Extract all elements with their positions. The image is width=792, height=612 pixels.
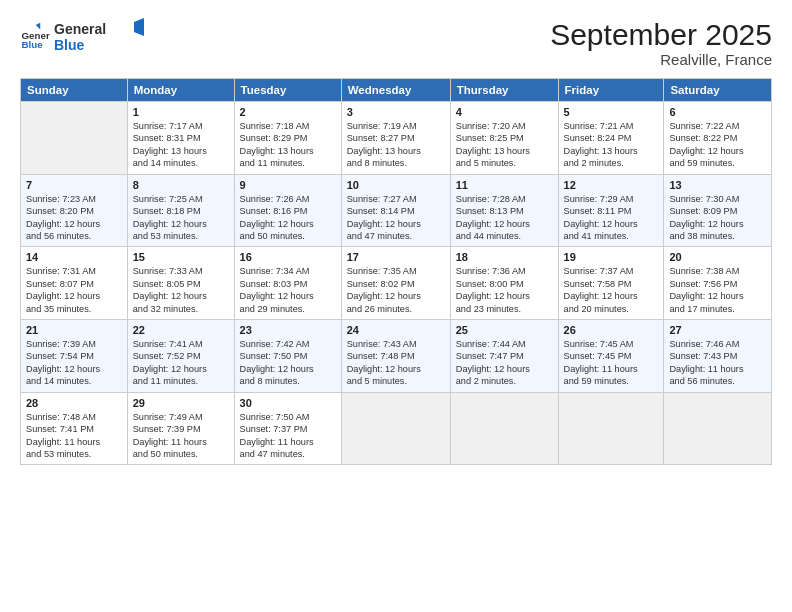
day-info: Sunrise: 7:33 AM Sunset: 8:05 PM Dayligh… [133, 265, 229, 315]
day-info: Sunrise: 7:23 AM Sunset: 8:20 PM Dayligh… [26, 193, 122, 243]
day-number: 11 [456, 179, 553, 191]
calendar-cell: 28Sunrise: 7:48 AM Sunset: 7:41 PM Dayli… [21, 392, 128, 465]
calendar-cell: 30Sunrise: 7:50 AM Sunset: 7:37 PM Dayli… [234, 392, 341, 465]
calendar-cell: 17Sunrise: 7:35 AM Sunset: 8:02 PM Dayli… [341, 247, 450, 320]
day-number: 20 [669, 251, 766, 263]
day-info: Sunrise: 7:20 AM Sunset: 8:25 PM Dayligh… [456, 120, 553, 170]
svg-text:Blue: Blue [54, 37, 85, 53]
day-number: 14 [26, 251, 122, 263]
day-info: Sunrise: 7:19 AM Sunset: 8:27 PM Dayligh… [347, 120, 445, 170]
calendar-cell: 29Sunrise: 7:49 AM Sunset: 7:39 PM Dayli… [127, 392, 234, 465]
day-info: Sunrise: 7:35 AM Sunset: 8:02 PM Dayligh… [347, 265, 445, 315]
calendar-cell [558, 392, 664, 465]
day-number: 18 [456, 251, 553, 263]
day-number: 24 [347, 324, 445, 336]
page-subtitle: Realville, France [550, 51, 772, 68]
day-number: 5 [564, 106, 659, 118]
day-info: Sunrise: 7:31 AM Sunset: 8:07 PM Dayligh… [26, 265, 122, 315]
day-info: Sunrise: 7:38 AM Sunset: 7:56 PM Dayligh… [669, 265, 766, 315]
svg-marker-2 [36, 23, 41, 30]
calendar-cell: 9Sunrise: 7:26 AM Sunset: 8:16 PM Daylig… [234, 174, 341, 247]
calendar-cell: 2Sunrise: 7:18 AM Sunset: 8:29 PM Daylig… [234, 102, 341, 175]
day-number: 30 [240, 397, 336, 409]
calendar-cell: 3Sunrise: 7:19 AM Sunset: 8:27 PM Daylig… [341, 102, 450, 175]
calendar-week-row: 28Sunrise: 7:48 AM Sunset: 7:41 PM Dayli… [21, 392, 772, 465]
day-number: 28 [26, 397, 122, 409]
day-number: 25 [456, 324, 553, 336]
day-info: Sunrise: 7:49 AM Sunset: 7:39 PM Dayligh… [133, 411, 229, 461]
calendar-cell: 18Sunrise: 7:36 AM Sunset: 8:00 PM Dayli… [450, 247, 558, 320]
day-info: Sunrise: 7:45 AM Sunset: 7:45 PM Dayligh… [564, 338, 659, 388]
day-number: 13 [669, 179, 766, 191]
day-info: Sunrise: 7:46 AM Sunset: 7:43 PM Dayligh… [669, 338, 766, 388]
calendar-cell: 22Sunrise: 7:41 AM Sunset: 7:52 PM Dayli… [127, 320, 234, 393]
calendar-cell: 1Sunrise: 7:17 AM Sunset: 8:31 PM Daylig… [127, 102, 234, 175]
svg-text:Blue: Blue [22, 39, 44, 50]
day-number: 19 [564, 251, 659, 263]
day-info: Sunrise: 7:25 AM Sunset: 8:18 PM Dayligh… [133, 193, 229, 243]
day-info: Sunrise: 7:21 AM Sunset: 8:24 PM Dayligh… [564, 120, 659, 170]
calendar-cell: 24Sunrise: 7:43 AM Sunset: 7:48 PM Dayli… [341, 320, 450, 393]
day-info: Sunrise: 7:36 AM Sunset: 8:00 PM Dayligh… [456, 265, 553, 315]
day-number: 8 [133, 179, 229, 191]
day-number: 22 [133, 324, 229, 336]
calendar-cell: 13Sunrise: 7:30 AM Sunset: 8:09 PM Dayli… [664, 174, 772, 247]
svg-text:General: General [54, 21, 106, 37]
day-info: Sunrise: 7:18 AM Sunset: 8:29 PM Dayligh… [240, 120, 336, 170]
calendar-cell [21, 102, 128, 175]
col-friday: Friday [558, 79, 664, 102]
calendar-cell: 12Sunrise: 7:29 AM Sunset: 8:11 PM Dayli… [558, 174, 664, 247]
calendar-week-row: 1Sunrise: 7:17 AM Sunset: 8:31 PM Daylig… [21, 102, 772, 175]
day-number: 29 [133, 397, 229, 409]
col-monday: Monday [127, 79, 234, 102]
day-number: 2 [240, 106, 336, 118]
col-tuesday: Tuesday [234, 79, 341, 102]
day-number: 4 [456, 106, 553, 118]
day-info: Sunrise: 7:22 AM Sunset: 8:22 PM Dayligh… [669, 120, 766, 170]
logo-icon: General Blue [20, 22, 50, 52]
logo-svg: General Blue [54, 18, 144, 56]
page-title: September 2025 [550, 18, 772, 51]
calendar-table: Sunday Monday Tuesday Wednesday Thursday… [20, 78, 772, 465]
title-block: September 2025 Realville, France [550, 18, 772, 68]
day-number: 15 [133, 251, 229, 263]
calendar-cell: 11Sunrise: 7:28 AM Sunset: 8:13 PM Dayli… [450, 174, 558, 247]
calendar-cell: 7Sunrise: 7:23 AM Sunset: 8:20 PM Daylig… [21, 174, 128, 247]
calendar-week-row: 7Sunrise: 7:23 AM Sunset: 8:20 PM Daylig… [21, 174, 772, 247]
day-number: 6 [669, 106, 766, 118]
svg-marker-5 [134, 18, 144, 36]
day-number: 16 [240, 251, 336, 263]
calendar-cell: 26Sunrise: 7:45 AM Sunset: 7:45 PM Dayli… [558, 320, 664, 393]
day-number: 10 [347, 179, 445, 191]
day-info: Sunrise: 7:50 AM Sunset: 7:37 PM Dayligh… [240, 411, 336, 461]
calendar-cell: 16Sunrise: 7:34 AM Sunset: 8:03 PM Dayli… [234, 247, 341, 320]
calendar-cell: 10Sunrise: 7:27 AM Sunset: 8:14 PM Dayli… [341, 174, 450, 247]
day-info: Sunrise: 7:39 AM Sunset: 7:54 PM Dayligh… [26, 338, 122, 388]
calendar-cell: 27Sunrise: 7:46 AM Sunset: 7:43 PM Dayli… [664, 320, 772, 393]
calendar-cell: 25Sunrise: 7:44 AM Sunset: 7:47 PM Dayli… [450, 320, 558, 393]
day-info: Sunrise: 7:17 AM Sunset: 8:31 PM Dayligh… [133, 120, 229, 170]
calendar-cell: 19Sunrise: 7:37 AM Sunset: 7:58 PM Dayli… [558, 247, 664, 320]
calendar-cell [450, 392, 558, 465]
calendar-cell: 6Sunrise: 7:22 AM Sunset: 8:22 PM Daylig… [664, 102, 772, 175]
day-number: 9 [240, 179, 336, 191]
day-info: Sunrise: 7:27 AM Sunset: 8:14 PM Dayligh… [347, 193, 445, 243]
day-info: Sunrise: 7:28 AM Sunset: 8:13 PM Dayligh… [456, 193, 553, 243]
col-thursday: Thursday [450, 79, 558, 102]
day-number: 12 [564, 179, 659, 191]
calendar-cell: 23Sunrise: 7:42 AM Sunset: 7:50 PM Dayli… [234, 320, 341, 393]
calendar-cell: 5Sunrise: 7:21 AM Sunset: 8:24 PM Daylig… [558, 102, 664, 175]
day-info: Sunrise: 7:48 AM Sunset: 7:41 PM Dayligh… [26, 411, 122, 461]
calendar-cell: 8Sunrise: 7:25 AM Sunset: 8:18 PM Daylig… [127, 174, 234, 247]
day-number: 23 [240, 324, 336, 336]
page-header: General Blue General Blue September 2025… [20, 18, 772, 68]
calendar-week-row: 14Sunrise: 7:31 AM Sunset: 8:07 PM Dayli… [21, 247, 772, 320]
day-number: 7 [26, 179, 122, 191]
day-number: 17 [347, 251, 445, 263]
day-info: Sunrise: 7:42 AM Sunset: 7:50 PM Dayligh… [240, 338, 336, 388]
calendar-cell: 20Sunrise: 7:38 AM Sunset: 7:56 PM Dayli… [664, 247, 772, 320]
day-number: 1 [133, 106, 229, 118]
day-info: Sunrise: 7:43 AM Sunset: 7:48 PM Dayligh… [347, 338, 445, 388]
day-info: Sunrise: 7:41 AM Sunset: 7:52 PM Dayligh… [133, 338, 229, 388]
day-number: 26 [564, 324, 659, 336]
